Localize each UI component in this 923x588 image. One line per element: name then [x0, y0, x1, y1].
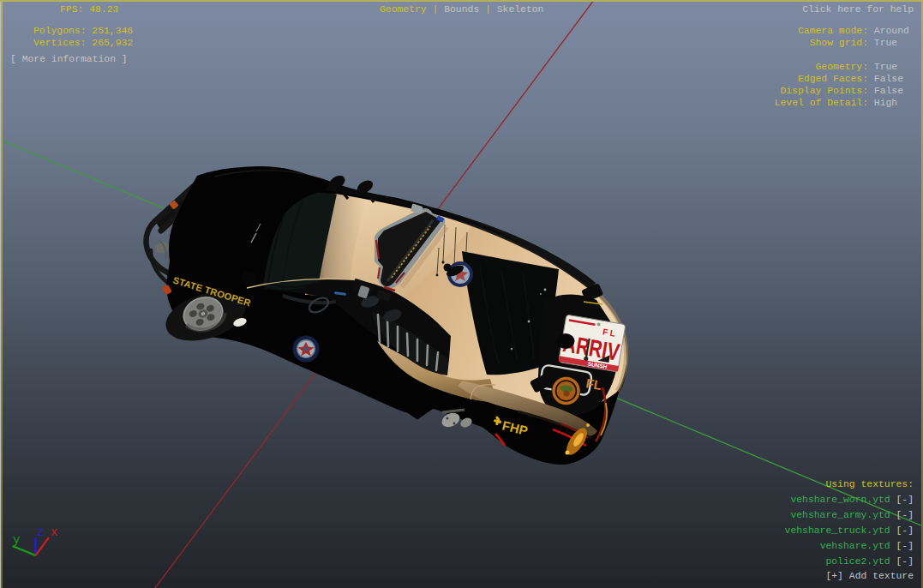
svg-text:x: x [51, 525, 57, 539]
svg-text:z: z [37, 525, 44, 539]
svg-text:y: y [13, 533, 20, 547]
svg-text:FL: FL [584, 375, 602, 393]
